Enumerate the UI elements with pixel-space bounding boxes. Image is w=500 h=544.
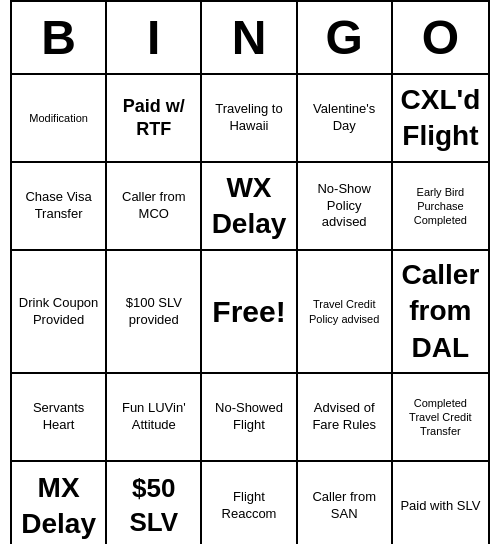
bingo-cell-17: No-Showed Flight xyxy=(202,374,297,462)
bingo-header: BINGO xyxy=(12,2,488,75)
bingo-cell-21: $50 SLV xyxy=(107,462,202,544)
bingo-cell-15: Servants Heart xyxy=(12,374,107,462)
bingo-cell-7: WX Delay xyxy=(202,163,297,251)
bingo-cell-23: Caller from SAN xyxy=(298,462,393,544)
bingo-cell-2: Traveling to Hawaii xyxy=(202,75,297,163)
bingo-grid: ModificationPaid w/ RTFTraveling to Hawa… xyxy=(12,75,488,544)
bingo-cell-16: Fun LUVin' Attitude xyxy=(107,374,202,462)
bingo-cell-12: Free! xyxy=(202,251,297,374)
bingo-cell-20: MX Delay xyxy=(12,462,107,544)
bingo-cell-11: $100 SLV provided xyxy=(107,251,202,374)
bingo-letter-O: O xyxy=(393,2,488,73)
bingo-cell-22: Flight Reaccom xyxy=(202,462,297,544)
bingo-cell-5: Chase Visa Transfer xyxy=(12,163,107,251)
bingo-cell-3: Valentine's Day xyxy=(298,75,393,163)
bingo-cell-1: Paid w/ RTF xyxy=(107,75,202,163)
bingo-letter-I: I xyxy=(107,2,202,73)
bingo-cell-8: No-Show Policy advised xyxy=(298,163,393,251)
bingo-cell-4: CXL'd Flight xyxy=(393,75,488,163)
bingo-card: BINGO ModificationPaid w/ RTFTraveling t… xyxy=(10,0,490,544)
bingo-letter-B: B xyxy=(12,2,107,73)
bingo-cell-14: Caller from DAL xyxy=(393,251,488,374)
bingo-cell-10: Drink Coupon Provided xyxy=(12,251,107,374)
bingo-cell-9: Early Bird Purchase Completed xyxy=(393,163,488,251)
bingo-letter-N: N xyxy=(202,2,297,73)
bingo-cell-13: Travel Credit Policy advised xyxy=(298,251,393,374)
bingo-cell-19: Completed Travel Credit Transfer xyxy=(393,374,488,462)
bingo-cell-18: Advised of Fare Rules xyxy=(298,374,393,462)
bingo-letter-G: G xyxy=(298,2,393,73)
bingo-cell-24: Paid with SLV xyxy=(393,462,488,544)
bingo-cell-6: Caller from MCO xyxy=(107,163,202,251)
bingo-cell-0: Modification xyxy=(12,75,107,163)
